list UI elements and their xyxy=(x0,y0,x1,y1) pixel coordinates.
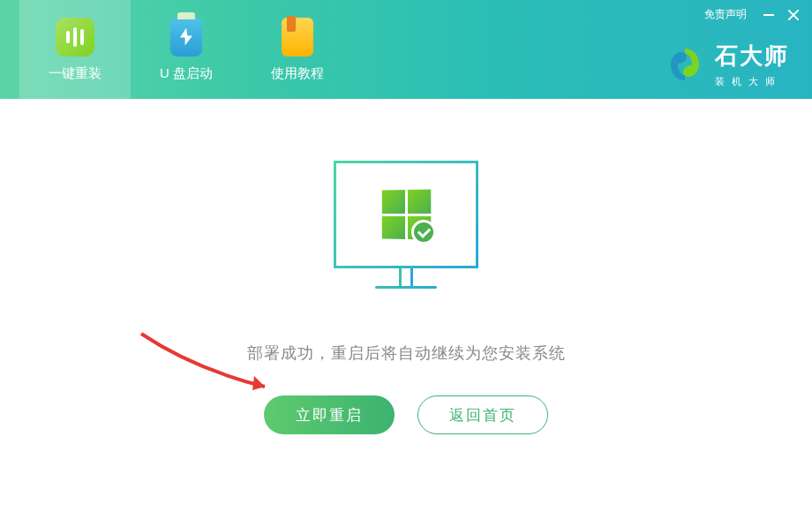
brand-logo-icon xyxy=(665,45,704,84)
brand-subtitle: 装机大师 xyxy=(715,75,782,88)
window-controls xyxy=(763,9,800,21)
window-controls-group: 免责声明 xyxy=(704,7,800,22)
tutorial-icon xyxy=(278,18,317,56)
tab-label: 使用教程 xyxy=(271,65,324,82)
back-home-button[interactable]: 返回首页 xyxy=(417,395,548,434)
tab-tutorial[interactable]: 使用教程 xyxy=(242,0,353,99)
close-button[interactable] xyxy=(787,9,800,21)
check-success-icon xyxy=(411,220,436,245)
monitor-graphic xyxy=(334,161,478,309)
disclaimer-link[interactable]: 免责声明 xyxy=(704,7,747,22)
tab-reinstall[interactable]: 一键重装 xyxy=(19,0,131,99)
header-bar: 免责声明 一键重装 U 盘启动 使用教程 xyxy=(0,0,812,99)
brand: 石大师 装机大师 xyxy=(665,41,789,88)
minimize-icon xyxy=(763,14,774,16)
usb-icon xyxy=(167,18,206,56)
tab-label: 一键重装 xyxy=(49,65,102,82)
minimize-button[interactable] xyxy=(763,9,775,21)
tab-usb-boot[interactable]: U 盘启动 xyxy=(131,0,242,99)
restart-now-button[interactable]: 立即重启 xyxy=(264,395,395,434)
close-icon xyxy=(787,9,800,21)
status-message: 部署成功，重启后将自动继续为您安装系统 xyxy=(247,343,566,364)
tab-label: U 盘启动 xyxy=(160,65,213,82)
main-content: 部署成功，重启后将自动继续为您安装系统 立即重启 返回首页 xyxy=(0,99,812,434)
nav-tabs: 一键重装 U 盘启动 使用教程 xyxy=(0,0,353,99)
action-buttons: 立即重启 返回首页 xyxy=(264,395,548,434)
reinstall-icon xyxy=(56,18,94,56)
brand-name: 石大师 xyxy=(715,41,789,72)
